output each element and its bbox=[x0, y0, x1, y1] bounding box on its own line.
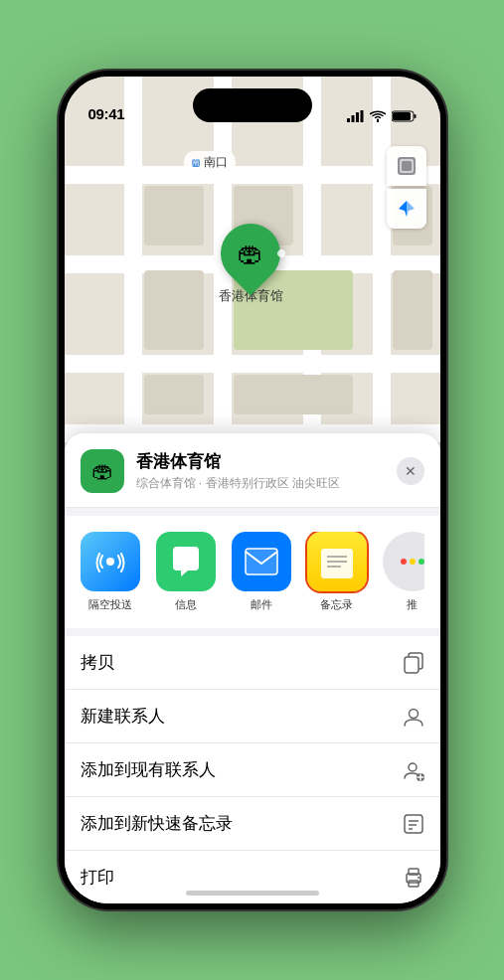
share-app-mail[interactable]: 邮件 bbox=[232, 532, 291, 612]
map-road-v1 bbox=[124, 77, 142, 494]
svg-rect-11 bbox=[246, 549, 277, 574]
map-block-3 bbox=[144, 270, 204, 350]
share-app-messages[interactable]: 信息 bbox=[156, 532, 216, 612]
svg-point-10 bbox=[106, 558, 114, 566]
location-button[interactable] bbox=[387, 189, 426, 229]
phone-frame: 09:41 bbox=[59, 71, 446, 909]
airdrop-icon bbox=[81, 532, 140, 591]
venue-name: 香港体育馆 bbox=[136, 450, 385, 473]
dot-green bbox=[419, 559, 424, 565]
mail-icon bbox=[232, 532, 291, 591]
share-app-more[interactable]: 推 bbox=[383, 532, 424, 612]
battery-icon bbox=[392, 110, 417, 122]
action-add-existing[interactable]: 添加到现有联系人 bbox=[65, 743, 440, 797]
add-contact-icon bbox=[403, 759, 424, 781]
add-existing-label: 添加到现有联系人 bbox=[81, 758, 216, 781]
signal-icon bbox=[347, 110, 364, 122]
notes-icon bbox=[307, 532, 367, 591]
map-layers-button[interactable] bbox=[387, 146, 426, 186]
new-contact-label: 新建联系人 bbox=[81, 705, 165, 728]
venue-header: 🏟 香港体育馆 综合体育馆 · 香港特别行政区 油尖旺区 ✕ bbox=[65, 433, 440, 508]
svg-rect-9 bbox=[402, 161, 412, 171]
action-new-contact[interactable]: 新建联系人 bbox=[65, 690, 440, 743]
map-block-5 bbox=[234, 375, 353, 414]
map-road-v4 bbox=[373, 77, 391, 494]
svg-rect-3 bbox=[360, 110, 363, 122]
dot-yellow bbox=[410, 559, 416, 565]
home-indicator bbox=[186, 891, 319, 896]
new-contact-icon bbox=[403, 706, 424, 728]
messages-svg bbox=[169, 545, 203, 578]
airdrop-label: 隔空投送 bbox=[88, 597, 132, 612]
action-copy[interactable]: 拷贝 bbox=[65, 636, 440, 690]
status-icons bbox=[347, 110, 417, 122]
map-block-1 bbox=[144, 186, 204, 245]
notes-svg bbox=[319, 541, 355, 582]
map-block-4 bbox=[144, 375, 204, 414]
print-icon bbox=[403, 867, 424, 889]
svg-point-19 bbox=[409, 709, 418, 718]
svg-rect-6 bbox=[393, 112, 411, 120]
location-pin: 🏟 bbox=[209, 212, 293, 296]
notes-label: 备忘录 bbox=[320, 597, 353, 612]
more-dots bbox=[401, 559, 424, 565]
mail-label: 邮件 bbox=[251, 597, 272, 612]
map-label-dot: 南 bbox=[192, 159, 200, 167]
map-label-text: 南口 bbox=[204, 154, 228, 171]
quick-note-icon bbox=[403, 813, 424, 835]
layers-icon bbox=[396, 155, 418, 177]
map-label: 南 南口 bbox=[184, 151, 236, 174]
map-block-7 bbox=[393, 270, 432, 350]
pin-icon: 🏟 bbox=[238, 239, 263, 269]
svg-rect-30 bbox=[409, 881, 419, 887]
close-button[interactable]: ✕ bbox=[397, 457, 424, 485]
svg-rect-13 bbox=[321, 549, 353, 578]
airdrop-svg bbox=[94, 546, 126, 577]
copy-label: 拷贝 bbox=[81, 651, 114, 674]
notes-highlight-wrapper bbox=[307, 532, 367, 591]
phone-screen: 09:41 bbox=[65, 77, 440, 903]
print-label: 打印 bbox=[81, 866, 114, 889]
location-pin-wrapper: 🏟 香港体育馆 bbox=[219, 224, 283, 305]
status-time: 09:41 bbox=[88, 105, 125, 122]
svg-rect-2 bbox=[356, 112, 359, 122]
svg-point-31 bbox=[418, 877, 420, 879]
action-print[interactable]: 打印 bbox=[65, 851, 440, 903]
venue-info: 香港体育馆 综合体育馆 · 香港特别行政区 油尖旺区 bbox=[136, 450, 385, 492]
share-row: 隔空投送 信息 bbox=[65, 516, 440, 628]
share-apps: 隔空投送 信息 bbox=[81, 532, 424, 612]
messages-icon bbox=[156, 532, 216, 591]
wifi-icon bbox=[370, 110, 386, 122]
venue-desc: 综合体育馆 · 香港特别行政区 油尖旺区 bbox=[136, 475, 385, 492]
add-notes-label: 添加到新快速备忘录 bbox=[81, 812, 233, 835]
dot-red bbox=[401, 559, 407, 565]
action-list: 拷贝 新建联系人 添加到现有联系人 bbox=[65, 636, 440, 903]
map-controls bbox=[387, 146, 426, 229]
dynamic-island bbox=[193, 88, 312, 122]
svg-rect-18 bbox=[405, 657, 419, 673]
svg-rect-0 bbox=[347, 118, 350, 122]
location-arrow-icon bbox=[397, 199, 417, 219]
svg-rect-5 bbox=[414, 114, 416, 118]
svg-point-20 bbox=[409, 763, 417, 771]
more-label: 推 bbox=[407, 597, 418, 612]
venue-icon: 🏟 bbox=[81, 449, 124, 493]
copy-icon bbox=[403, 652, 424, 674]
svg-rect-1 bbox=[351, 115, 354, 122]
share-app-airdrop[interactable]: 隔空投送 bbox=[81, 532, 140, 612]
bottom-sheet: 🏟 香港体育馆 综合体育馆 · 香港特别行政区 油尖旺区 ✕ bbox=[65, 433, 440, 903]
map-area: 南 南口 🏟 香港体育馆 bbox=[65, 77, 440, 494]
action-add-notes[interactable]: 添加到新快速备忘录 bbox=[65, 797, 440, 851]
more-apps-icon bbox=[383, 532, 424, 591]
share-app-notes[interactable]: 备忘录 bbox=[307, 532, 367, 612]
mail-svg bbox=[245, 548, 278, 575]
svg-rect-24 bbox=[405, 815, 422, 833]
messages-label: 信息 bbox=[175, 597, 197, 612]
